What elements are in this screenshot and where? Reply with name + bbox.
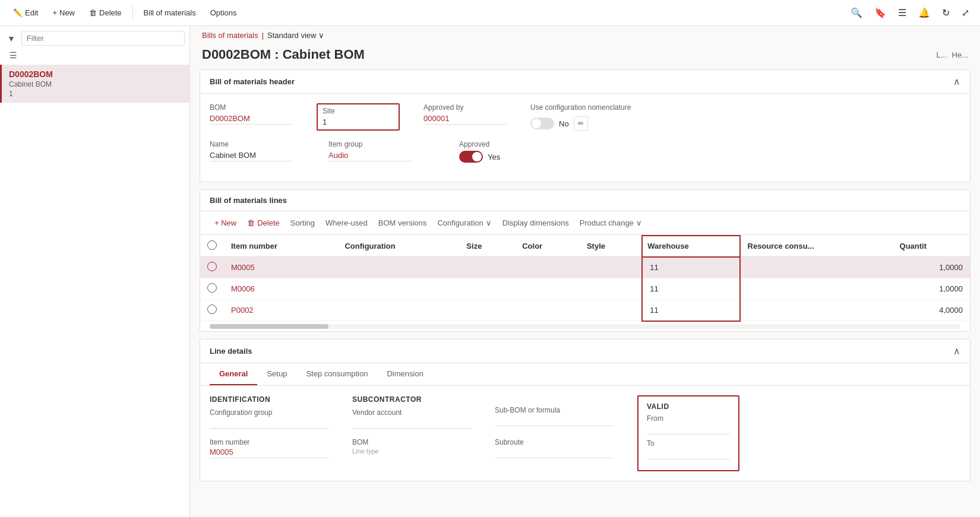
- approved-label: Approved: [459, 140, 542, 148]
- toolbar-right: 🔍 🔖 ☰ 🔔 ↻ ⤢: [847, 4, 973, 22]
- row-size: [459, 257, 515, 278]
- sub-bom-value[interactable]: [495, 415, 614, 426]
- site-value[interactable]: 1: [323, 118, 394, 126]
- bom-sub-label: BOM: [352, 438, 471, 446]
- bom-header-section-title: Bill of materials header: [210, 77, 295, 86]
- approved-field: Approved Yes: [459, 140, 542, 163]
- configuration-chevron-icon: ∨: [486, 218, 492, 227]
- config-nom-edit-btn[interactable]: ✏: [574, 116, 588, 131]
- bom-product-change-label: Product change: [580, 218, 634, 227]
- col-color-header: Color: [515, 236, 580, 257]
- valid-to-group: To: [647, 439, 730, 459]
- bom-value: D0002BOM: [210, 114, 293, 125]
- bom-sorting-btn[interactable]: Sorting: [286, 216, 320, 230]
- config-nom-toggle[interactable]: [530, 118, 554, 129]
- row-item-number[interactable]: M0006: [224, 278, 337, 300]
- row-color: [515, 278, 580, 300]
- bom-header-collapse-btn[interactable]: ∧: [953, 76, 960, 87]
- row-warehouse: 11: [642, 257, 739, 278]
- title-action1-btn[interactable]: L...: [936, 50, 947, 59]
- row-size: [459, 278, 515, 300]
- col-size-header: Size: [459, 236, 515, 257]
- bom-where-used-btn[interactable]: Where-used: [321, 216, 372, 230]
- item-group-value: Audio: [328, 151, 412, 161]
- valid-from-group: From: [647, 414, 730, 434]
- valid-from-value[interactable]: [647, 424, 730, 434]
- table-row[interactable]: P0002 11 4,0000: [200, 300, 970, 321]
- horizontal-scrollbar[interactable]: [210, 324, 960, 329]
- bom-lines-section: Bill of materials lines + New 🗑 Delete S…: [200, 189, 970, 332]
- refresh-icon-btn[interactable]: ↻: [938, 4, 953, 22]
- tab-setup[interactable]: Setup: [257, 363, 296, 385]
- sidebar-item-d0002bom[interactable]: D0002BOM Cabinet BOM 1: [0, 65, 189, 103]
- main-toolbar: ✏️ Edit + New 🗑 Delete Bill of materials…: [0, 0, 980, 26]
- subroute-label: Subroute: [495, 438, 614, 446]
- bom-new-btn[interactable]: + New: [210, 216, 241, 230]
- vendor-account-value[interactable]: [352, 418, 471, 429]
- breadcrumb: Bills of materials | Standard view ∨: [190, 26, 980, 45]
- breadcrumb-list-link[interactable]: Bills of materials: [202, 31, 258, 40]
- sidebar: ▼ ☰ D0002BOM Cabinet BOM 1: [0, 26, 190, 517]
- tab-general[interactable]: General: [210, 363, 257, 385]
- new-button[interactable]: + New: [46, 5, 81, 21]
- config-nom-toggle-group: No ✏: [530, 116, 631, 131]
- bom-button[interactable]: Bill of materials: [138, 5, 202, 21]
- bom-lines-title: Bill of materials lines: [210, 196, 287, 205]
- expand-icon-btn[interactable]: ⤢: [958, 4, 973, 22]
- add-icon: +: [52, 8, 57, 17]
- approved-toggle[interactable]: [459, 151, 483, 163]
- bom-product-change-btn[interactable]: Product change ∨: [575, 216, 647, 230]
- valid-to-value[interactable]: [647, 449, 730, 459]
- line-details-form: IDENTIFICATION Configuration group Item …: [200, 386, 970, 481]
- scroll-thumb[interactable]: [210, 324, 328, 329]
- sidebar-menu-icon[interactable]: ☰: [7, 48, 20, 62]
- breadcrumb-view[interactable]: Standard view ∨: [267, 31, 324, 40]
- row-radio: [207, 305, 217, 314]
- line-item-number-value[interactable]: M0005: [210, 448, 328, 458]
- sub-bom-label: Sub-BOM or formula: [495, 406, 614, 414]
- col-style-header: Style: [580, 236, 642, 257]
- bom-configuration-btn[interactable]: Configuration ∨: [432, 216, 496, 230]
- row-radio-cell: [200, 300, 224, 321]
- edit-icon: ✏️: [13, 8, 23, 17]
- vendor-account-group: Vendor account: [352, 408, 471, 429]
- row-item-number[interactable]: P0002: [224, 300, 337, 321]
- line-details-collapse-btn[interactable]: ∧: [953, 345, 960, 357]
- main-layout: ▼ ☰ D0002BOM Cabinet BOM 1 Bills of mate…: [0, 26, 980, 517]
- search-icon-btn[interactable]: 🔍: [847, 4, 866, 22]
- subroute-value[interactable]: [495, 448, 614, 458]
- bom-display-dimensions-btn[interactable]: Display dimensions: [498, 216, 574, 230]
- item-group-field: Item group Audio: [328, 140, 412, 163]
- bom-header-row1: BOM D0002BOM Site 1 Approved by 000001: [210, 103, 960, 131]
- notification-icon-btn[interactable]: 🔔: [915, 4, 934, 22]
- config-nom-field: Use configuration nomenclature No ✏: [530, 103, 631, 131]
- table-row[interactable]: M0006 11 1,0000: [200, 278, 970, 300]
- config-group-value[interactable]: [210, 418, 328, 429]
- bom-lines-header: Bill of materials lines: [200, 190, 970, 211]
- filter-icon-btn[interactable]: ▼: [5, 31, 18, 46]
- delete-button[interactable]: 🗑 Delete: [83, 5, 128, 21]
- table-row[interactable]: M0005 11 1,0000: [200, 257, 970, 278]
- tab-step-consumption[interactable]: Step consumption: [296, 363, 377, 385]
- sidebar-item-subtitle: Cabinet BOM: [9, 80, 182, 88]
- bom-versions-btn[interactable]: BOM versions: [374, 216, 432, 230]
- menu-icon-btn[interactable]: ☰: [894, 4, 910, 22]
- bom-delete-btn[interactable]: 🗑 Delete: [242, 216, 284, 230]
- tab-dimension[interactable]: Dimension: [377, 363, 432, 385]
- search-input[interactable]: [21, 31, 185, 46]
- bom-delete-label: Delete: [257, 218, 280, 227]
- bom-header-section: Bill of materials header ∧ BOM D0002BOM …: [200, 69, 970, 182]
- row-quantity: 4,0000: [893, 300, 970, 321]
- delete-icon: 🗑: [89, 8, 97, 17]
- page-title-actions: L... He...: [936, 50, 968, 59]
- bom-label: BOM: [210, 103, 293, 112]
- site-label: Site: [323, 107, 394, 115]
- line-item-number-label: Item number: [210, 438, 328, 446]
- options-button[interactable]: Options: [204, 5, 243, 21]
- title-action2-btn[interactable]: He...: [952, 50, 968, 59]
- new-label: New: [59, 8, 75, 17]
- col-quantity-header: Quantit: [893, 236, 970, 257]
- bookmark-icon-btn[interactable]: 🔖: [871, 4, 890, 22]
- row-item-number[interactable]: M0005: [224, 257, 337, 278]
- edit-button[interactable]: ✏️ Edit: [7, 5, 44, 21]
